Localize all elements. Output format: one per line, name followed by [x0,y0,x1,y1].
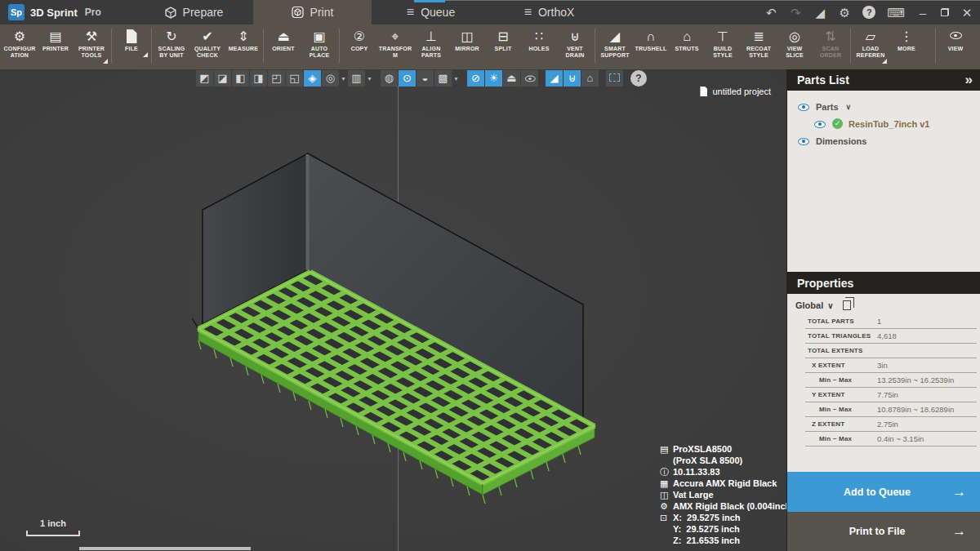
zoom-icon[interactable]: ◎ [322,70,339,87]
zoom-dropdown-caret[interactable]: ▼ [340,76,347,82]
chevron-down-icon[interactable]: ∨ [846,103,852,111]
toolbar-label: ORIENT [265,45,301,52]
stats-icon[interactable]: ◢ [813,7,826,19]
visibility-eye-icon[interactable] [814,119,826,129]
toolbar-holes[interactable]: ∷HOLES [521,28,557,52]
toolbar-more[interactable]: ⋮MORE [889,28,924,52]
toolbar-auto-place[interactable]: ▣AUTO PLACE [301,28,337,59]
toolbar-label: SMART SUPPORT [597,45,633,59]
show-parts-eye-icon[interactable] [521,70,538,87]
tab-print[interactable]: Print [253,0,372,24]
property-value: 1 [877,317,881,326]
tab-orthox[interactable]: ≡ OrthoX [490,0,608,24]
toolbar-transform[interactable]: ⌖TRANSFORM [377,28,413,59]
toolbar-view-slice[interactable]: ◎VIEW SLICE [777,28,813,59]
lighting-icon[interactable]: ☀ [485,70,502,87]
vat-dropdown-caret[interactable]: ▼ [366,76,373,82]
cube-box-icon [292,6,304,19]
restore-button[interactable] [941,8,949,16]
texture-view-icon[interactable]: ▩ [434,70,452,87]
toolbar-scaling-by-unit[interactable]: ↻SCALING BY UNIT [154,28,189,59]
split-icon: ⊟ [485,28,521,45]
undo-icon[interactable]: ↶ [764,7,777,19]
toolbar-label: AUTO PLACE [301,45,337,59]
hemisphere-view-icon[interactable]: ◒ [416,70,434,87]
platform-view-icon[interactable]: ⏏ [503,70,520,87]
toolbar-struts[interactable]: ⌂STRUTS [669,28,705,52]
property-value: 0.4in ~ 3.15in [877,434,924,443]
build-check-icon[interactable]: ⊙ [399,70,416,87]
toolbar-vent-drain[interactable]: ⊎VENT DRAIN [557,28,593,59]
minimize-button[interactable]: – [916,7,929,19]
redo-icon[interactable]: ↷ [789,7,802,19]
toolbar-view[interactable]: VIEW [938,28,973,52]
add-to-queue-button[interactable]: Add to Queue → [787,472,980,512]
toolbar-copy[interactable]: ②COPY [341,28,377,52]
arrow-right-icon: → [952,484,980,500]
toolbar-split[interactable]: ⊟SPLIT [485,28,521,52]
parts-list-header: Parts List » [787,69,980,91]
chevron-down-icon[interactable]: ∨ [827,301,833,310]
view-cube-left-icon[interactable]: ◧ [232,70,249,87]
property-value: 13.2539in ~ 16.2539in [877,375,954,384]
toolbar-label: MIRROR [449,45,485,52]
toolbar-smart-support[interactable]: ◢SMART SUPPORT [597,28,633,59]
collapse-panel-icon[interactable]: » [965,72,971,88]
texture-dropdown-caret[interactable]: ▼ [452,76,460,82]
shaded-view-icon[interactable]: ◍ [381,70,398,87]
toolbar-label: ALIGN PARTS [413,45,449,59]
copy-icon: ② [341,28,377,45]
project-name: untitled project [700,87,771,96]
toolbar-load-reference[interactable]: ▱LOAD REFEREN [853,28,889,59]
part-item-row[interactable]: ✓ ResinTub_7inch v1 [787,115,980,132]
clip-view-icon[interactable]: ⊘ [467,70,484,87]
toolbar-mirror[interactable]: ◫MIRROR [449,28,485,52]
tab-queue[interactable]: ≡ Queue [372,0,490,24]
view-cube-bottom-icon[interactable]: ◱ [286,70,303,87]
selection-box-icon[interactable] [606,70,623,87]
tab-prepare[interactable]: Prepare [135,0,253,24]
toolbar-label: MEASURE [225,45,261,52]
toolbar-printer-tools[interactable]: ⚒PRINTER TOOLS [74,28,109,59]
toolbar-quality-check[interactable]: ✔QUALITY CHECK [189,28,225,59]
toolbar-recoat-style[interactable]: ≣RECOAT STYLE [741,28,777,59]
dashed-rect-icon [609,73,620,82]
toolbar-configuration[interactable]: ⚙CONFIGURATION [2,28,38,59]
settings-gear-icon[interactable]: ⚙ [838,7,851,19]
toolbar-align-parts[interactable]: ⊥ALIGN PARTS [413,28,449,59]
close-button[interactable]: ✕ [960,7,973,19]
toolbar-separator [595,29,595,63]
toolbar-printer[interactable]: ▤PRINTER [38,28,74,52]
toolbar-label: VIEW [938,45,973,52]
view-cube-iso2-icon[interactable]: ◪ [214,70,231,87]
view-cube-top-icon[interactable]: ◰ [268,70,285,87]
visibility-eye-icon[interactable] [798,136,810,146]
keyboard-icon[interactable]: ⌨ [887,7,905,19]
toolbar-label: SCAN ORDER [813,45,849,59]
print-to-file-button[interactable]: Print to File → [787,512,980,551]
viewbar-help-icon[interactable]: ? [630,70,647,87]
printer-extent-x-line: ⊡X: 29.5275 inch [660,512,786,523]
visibility-eye-icon[interactable] [798,102,810,112]
view-cube-iso1-icon[interactable]: ◩ [196,70,213,87]
toolbar-build-style[interactable]: ⊤BUILD STYLE [705,28,741,59]
view-cube-isometric-icon[interactable]: ◈ [304,70,321,87]
property-row: Min ~ Max0.4in ~ 3.15in [805,432,977,447]
viewport-3d[interactable]: ◩ ◪ ◧ ◨ ◰ ◱ ◈ ◎ ▼ ▥ ▼ ◍ ⊙ ◒ ▩ ▼ ⊘ ☀ ⏏ ◢ … [0,69,786,551]
parts-group-row[interactable]: Parts ∨ [787,98,980,115]
copy-properties-icon[interactable] [843,300,851,310]
vent-drain-display-icon[interactable]: ⊎ [564,70,581,87]
toolbar-file[interactable]: FILE [114,28,149,52]
trushell-icon: ∩ [633,28,669,45]
dimensions-row[interactable]: Dimensions [787,132,980,149]
toolbar-trushell[interactable]: ∩TRUSHELL [633,28,669,52]
supports-display-icon[interactable]: ◢ [546,70,563,87]
toolbar-orient[interactable]: ⏏ORIENT [265,28,301,52]
view-cube-right-icon[interactable]: ◨ [250,70,267,87]
struts-display-icon[interactable]: ⌂ [581,70,599,87]
vat-view-icon[interactable]: ▥ [348,70,365,87]
help-icon[interactable]: ? [862,6,875,19]
material-icon: ▦ [660,478,673,489]
toolbar-measure[interactable]: ⇕MEASURE [225,28,261,52]
property-label: X EXTENT [805,362,845,369]
